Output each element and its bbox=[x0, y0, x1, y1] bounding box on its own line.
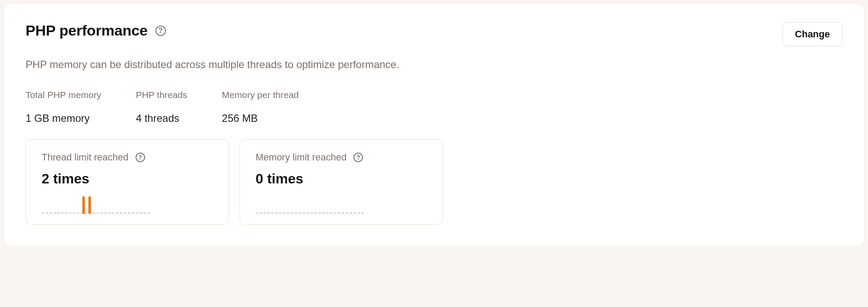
stat-label: PHP threads bbox=[136, 90, 188, 100]
section-title: PHP performance bbox=[26, 22, 148, 39]
help-icon[interactable]: ? bbox=[155, 26, 166, 36]
stat-total-memory: Total PHP memory 1 GB memory bbox=[26, 90, 101, 124]
metric-title: Memory limit reached bbox=[256, 152, 347, 163]
stat-memory-per-thread: Memory per thread 256 MB bbox=[222, 90, 298, 124]
stats-row: Total PHP memory 1 GB memory PHP threads… bbox=[26, 90, 842, 124]
sparkline-bar bbox=[82, 196, 85, 214]
stat-value: 256 MB bbox=[222, 112, 298, 124]
stat-php-threads: PHP threads 4 threads bbox=[136, 90, 188, 124]
metric-value: 2 times bbox=[42, 171, 213, 187]
metric-title: Thread limit reached bbox=[42, 152, 129, 163]
sparkline-bar bbox=[88, 196, 91, 214]
thread-limit-card: Thread limit reached ? 2 times bbox=[26, 139, 229, 225]
metric-value: 0 times bbox=[256, 171, 427, 187]
metric-title-row: Thread limit reached ? bbox=[42, 152, 213, 163]
stat-label: Total PHP memory bbox=[26, 90, 101, 100]
section-subtitle: PHP memory can be distributed across mul… bbox=[26, 59, 842, 71]
help-icon[interactable]: ? bbox=[353, 153, 363, 162]
memory-limit-card: Memory limit reached ? 0 times bbox=[240, 139, 443, 225]
change-button[interactable]: Change bbox=[782, 22, 842, 46]
php-performance-card: PHP performance ? Change PHP memory can … bbox=[3, 3, 865, 247]
title-row: PHP performance ? bbox=[26, 22, 166, 39]
header-row: PHP performance ? Change bbox=[26, 22, 842, 46]
metric-row: Thread limit reached ? 2 times Memory li… bbox=[26, 139, 842, 225]
stat-value: 1 GB memory bbox=[26, 112, 101, 124]
thread-sparkline bbox=[42, 195, 213, 214]
sparkline-baseline bbox=[42, 212, 150, 214]
help-icon[interactable]: ? bbox=[136, 153, 145, 162]
stat-label: Memory per thread bbox=[222, 90, 298, 100]
sparkline-bars bbox=[82, 196, 91, 214]
memory-sparkline bbox=[256, 195, 427, 214]
metric-title-row: Memory limit reached ? bbox=[256, 152, 427, 163]
sparkline-baseline bbox=[256, 212, 364, 214]
stat-value: 4 threads bbox=[136, 112, 188, 124]
